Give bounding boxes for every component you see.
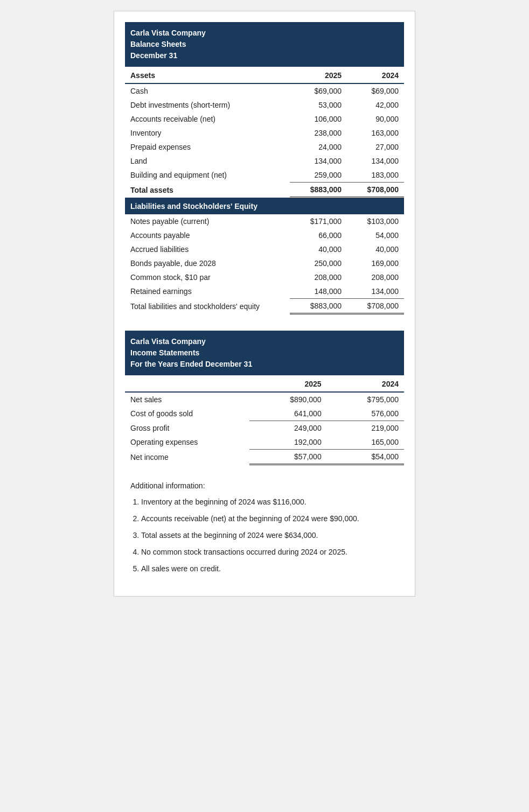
row-val-2024: 40,000 bbox=[347, 242, 404, 256]
row-val-2025: 192,000 bbox=[249, 435, 326, 450]
row-val-2024: 183,000 bbox=[347, 168, 404, 183]
row-val-2025: 208,000 bbox=[290, 270, 347, 284]
income-blank-col bbox=[125, 375, 249, 392]
list-item: Total assets at the beginning of 2024 we… bbox=[141, 530, 399, 541]
table-row: Building and equipment (net) 259,000 183… bbox=[125, 168, 404, 183]
row-val-2025: 40,000 bbox=[290, 242, 347, 256]
page-container: Carla Vista Company Balance Sheets Decem… bbox=[114, 11, 415, 597]
income-col-headers: 2025 2024 bbox=[125, 375, 404, 392]
row-val-2025: $69,000 bbox=[290, 83, 347, 98]
row-label: Prepaid expenses bbox=[125, 140, 290, 154]
balance-sheet-col-headers: Assets 2025 2024 bbox=[125, 67, 404, 83]
row-label: Debt investments (short-term) bbox=[125, 98, 290, 112]
row-val-2024: $54,000 bbox=[327, 450, 404, 465]
row-label: Notes payable (current) bbox=[125, 214, 290, 228]
additional-info-section: Additional information: Inventory at the… bbox=[125, 481, 404, 575]
row-val-2025: 148,000 bbox=[290, 284, 347, 299]
row-val-2025: 24,000 bbox=[290, 140, 347, 154]
row-val-2025: 249,000 bbox=[249, 421, 326, 436]
row-val-2025: 238,000 bbox=[290, 126, 347, 140]
table-row: Prepaid expenses 24,000 27,000 bbox=[125, 140, 404, 154]
net-income-row: Net income $57,000 $54,000 bbox=[125, 450, 404, 465]
row-val-2024: $708,000 bbox=[347, 299, 404, 314]
row-label: Accounts payable bbox=[125, 228, 290, 242]
row-val-2024: 576,000 bbox=[327, 407, 404, 421]
total-liabilities-row: Total liabilities and stockholders' equi… bbox=[125, 299, 404, 314]
row-label: Total liabilities and stockholders' equi… bbox=[125, 299, 290, 314]
income-statement-header: Carla Vista Company Income Statements Fo… bbox=[125, 331, 404, 375]
row-val-2024: 134,000 bbox=[347, 154, 404, 168]
table-row: Accounts receivable (net) 106,000 90,000 bbox=[125, 112, 404, 126]
row-val-2025: 66,000 bbox=[290, 228, 347, 242]
total-assets-row: Total assets $883,000 $708,000 bbox=[125, 183, 404, 198]
row-val-2025: 53,000 bbox=[290, 98, 347, 112]
table-row: Gross profit 249,000 219,000 bbox=[125, 421, 404, 436]
row-val-2025: 259,000 bbox=[290, 168, 347, 183]
row-val-2025: $890,000 bbox=[249, 392, 326, 407]
row-label: Cash bbox=[125, 83, 290, 98]
row-label: Gross profit bbox=[125, 421, 249, 436]
table-row: Inventory 238,000 163,000 bbox=[125, 126, 404, 140]
row-label: Net income bbox=[125, 450, 249, 465]
income-statement-table: Carla Vista Company Income Statements Fo… bbox=[125, 331, 404, 465]
row-label: Accounts receivable (net) bbox=[125, 112, 290, 126]
row-val-2025: 134,000 bbox=[290, 154, 347, 168]
row-val-2024: 54,000 bbox=[347, 228, 404, 242]
table-row: Cost of goods sold 641,000 576,000 bbox=[125, 407, 404, 421]
table-row: Accounts payable 66,000 54,000 bbox=[125, 228, 404, 242]
row-val-2025: 641,000 bbox=[249, 407, 326, 421]
row-val-2024: 163,000 bbox=[347, 126, 404, 140]
additional-info-list: Inventory at the beginning of 2024 was $… bbox=[130, 496, 399, 575]
row-val-2025: $883,000 bbox=[290, 299, 347, 314]
balance-sheet-table: Carla Vista Company Balance Sheets Decem… bbox=[125, 22, 404, 314]
table-row: Operating expenses 192,000 165,000 bbox=[125, 435, 404, 450]
row-label: Building and equipment (net) bbox=[125, 168, 290, 183]
table-row: Net sales $890,000 $795,000 bbox=[125, 392, 404, 407]
row-label: Operating expenses bbox=[125, 435, 249, 450]
row-val-2024: 27,000 bbox=[347, 140, 404, 154]
table-row: Cash $69,000 $69,000 bbox=[125, 83, 404, 98]
row-val-2024: 90,000 bbox=[347, 112, 404, 126]
list-item: No common stock transactions occurred du… bbox=[141, 547, 399, 558]
row-label: Accrued liabilities bbox=[125, 242, 290, 256]
row-label: Retained earnings bbox=[125, 284, 290, 299]
income-year-2025: 2025 bbox=[249, 375, 326, 392]
row-val-2024: 169,000 bbox=[347, 256, 404, 270]
row-label: Inventory bbox=[125, 126, 290, 140]
income-year-2024: 2024 bbox=[327, 375, 404, 392]
row-val-2024: 219,000 bbox=[327, 421, 404, 436]
row-val-2024: $103,000 bbox=[347, 214, 404, 228]
row-val-2025: $171,000 bbox=[290, 214, 347, 228]
row-val-2025: 250,000 bbox=[290, 256, 347, 270]
liabilities-section-header: Liabilities and Stockholders' Equity bbox=[125, 198, 404, 215]
row-label: Bonds payable, due 2028 bbox=[125, 256, 290, 270]
table-row: Debt investments (short-term) 53,000 42,… bbox=[125, 98, 404, 112]
income-statement-title: Carla Vista Company Income Statements Fo… bbox=[125, 331, 404, 375]
row-val-2024: $795,000 bbox=[327, 392, 404, 407]
row-val-2024: $708,000 bbox=[347, 183, 404, 198]
table-row: Retained earnings 148,000 134,000 bbox=[125, 284, 404, 299]
row-val-2025: $57,000 bbox=[249, 450, 326, 465]
year-2024-label: 2024 bbox=[347, 67, 404, 83]
row-label: Common stock, $10 par bbox=[125, 270, 290, 284]
list-item: Inventory at the beginning of 2024 was $… bbox=[141, 496, 399, 508]
balance-sheet-title: Carla Vista Company Balance Sheets Decem… bbox=[125, 22, 404, 67]
list-item: All sales were on credit. bbox=[141, 563, 399, 575]
row-label: Land bbox=[125, 154, 290, 168]
table-row: Bonds payable, due 2028 250,000 169,000 bbox=[125, 256, 404, 270]
row-label: Net sales bbox=[125, 392, 249, 407]
row-val-2024: $69,000 bbox=[347, 83, 404, 98]
table-row: Accrued liabilities 40,000 40,000 bbox=[125, 242, 404, 256]
row-val-2025: 106,000 bbox=[290, 112, 347, 126]
additional-info-title: Additional information: bbox=[130, 481, 399, 490]
row-label: Cost of goods sold bbox=[125, 407, 249, 421]
liabilities-section-label: Liabilities and Stockholders' Equity bbox=[125, 198, 404, 215]
row-val-2024: 165,000 bbox=[327, 435, 404, 450]
row-val-2024: 42,000 bbox=[347, 98, 404, 112]
table-row: Notes payable (current) $171,000 $103,00… bbox=[125, 214, 404, 228]
row-val-2024: 134,000 bbox=[347, 284, 404, 299]
table-row: Land 134,000 134,000 bbox=[125, 154, 404, 168]
balance-sheet-header: Carla Vista Company Balance Sheets Decem… bbox=[125, 22, 404, 67]
row-val-2024: 208,000 bbox=[347, 270, 404, 284]
list-item: Accounts receivable (net) at the beginni… bbox=[141, 513, 399, 524]
